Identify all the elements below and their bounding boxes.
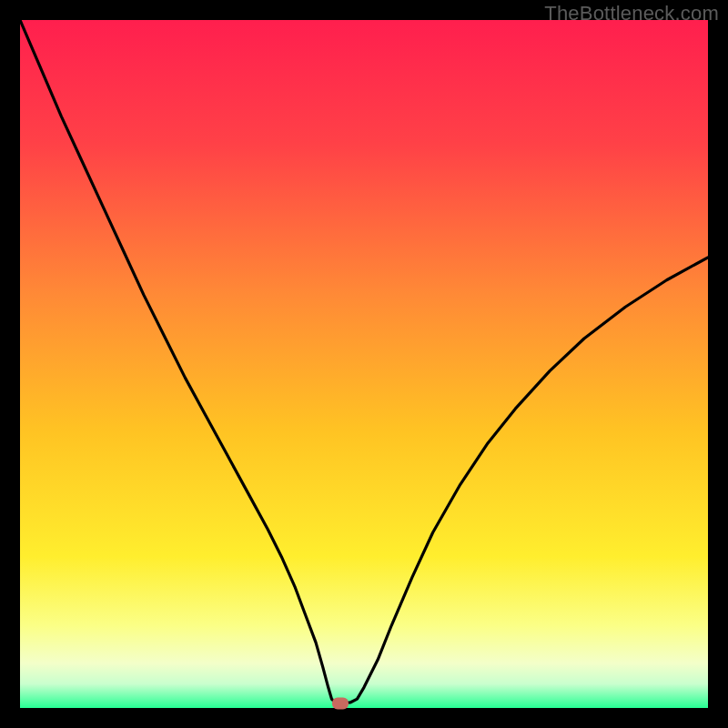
watermark-text: TheBottleneck.com [544,2,719,25]
chart-frame [20,20,708,708]
chart-background [20,20,708,708]
current-point-marker [332,697,349,709]
bottleneck-chart [20,20,708,708]
